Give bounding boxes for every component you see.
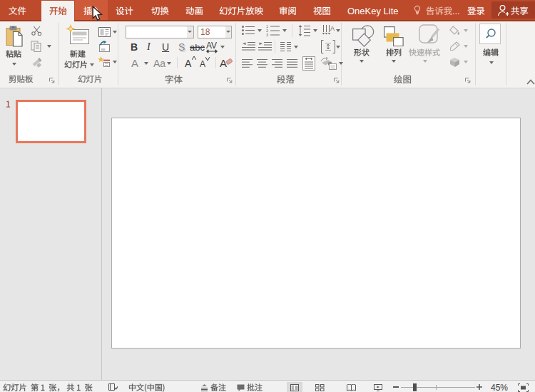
svg-text:A: A	[330, 25, 335, 32]
svg-text:3: 3	[266, 33, 268, 36]
